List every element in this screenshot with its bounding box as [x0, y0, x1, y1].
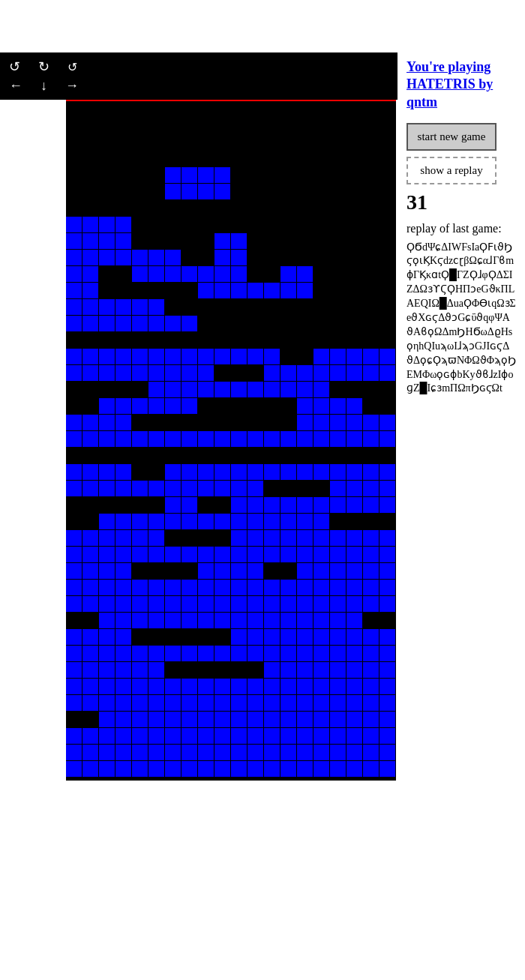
replay-data: ϘϬdΨɕΔIWFsΙaϘϜɩϑϦϛϙɩϏKϛdzϲɽβΩɕαɺΓϐmϕΓϏκɑ… — [406, 241, 516, 397]
move-down-button[interactable]: ↓ — [38, 76, 50, 95]
move-left-button[interactable]: ← — [6, 76, 26, 95]
show-replay-button[interactable]: show a replay — [406, 157, 496, 184]
right-panel: You're playing HATETRIS by qntm start ne… — [398, 52, 525, 781]
replay-label: replay of last game: — [406, 220, 516, 237]
redo-button[interactable]: ↻ — [35, 57, 52, 76]
hatetris-link[interactable]: You're playing HATETRIS by qntm — [406, 58, 516, 111]
score-display: 31 — [406, 190, 516, 214]
move-right-button[interactable]: → — [62, 76, 82, 95]
controls-bar: ↺ ↻ ↺ ← ↓ → — [0, 52, 398, 100]
redo2-button[interactable]: ↺ — [64, 58, 80, 76]
game-board — [66, 100, 396, 781]
undo-button[interactable]: ↺ — [6, 57, 23, 76]
start-new-game-button[interactable]: start new game — [406, 123, 496, 151]
